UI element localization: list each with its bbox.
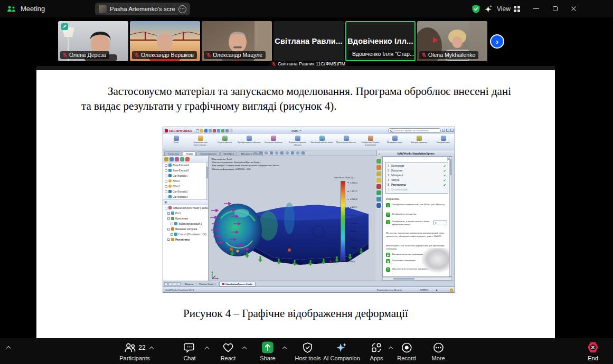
tab-nav-icons	[164, 282, 181, 286]
search-icon	[390, 130, 392, 132]
end-meeting-button[interactable]: End	[587, 341, 599, 361]
tree-item: Cut-Extrude1	[163, 173, 208, 178]
minimize-icon	[533, 8, 539, 9]
document-paragraph: Застосовуємо матеріал та запускаємо моде…	[81, 84, 511, 113]
security-shield-icon[interactable]	[471, 4, 480, 14]
ai-companion-titlebar-icon[interactable]	[484, 4, 493, 14]
more-ellipsis-icon	[432, 342, 444, 353]
ribbon-tab: Эскиз	[183, 151, 196, 156]
ribbon-command-icon	[368, 136, 373, 141]
expand-icon	[165, 169, 167, 172]
participants-menu-chevron[interactable]	[149, 346, 154, 350]
meeting-icon	[7, 5, 16, 13]
view-label: View	[497, 5, 511, 13]
wizard-step: 5Результаты✔	[388, 183, 446, 187]
maximize-icon	[553, 6, 558, 11]
feature-icon	[171, 227, 174, 231]
record-button[interactable]: Record	[397, 341, 416, 361]
window-close-button[interactable]	[567, 3, 580, 15]
chat-menu-chevron[interactable]	[205, 346, 209, 350]
react-menu-chevron[interactable]	[242, 346, 247, 350]
ribbon-tab: Элементы	[164, 151, 182, 156]
ribbon-tab-row: ЭлементыЭскизАнализироватьDimXpertПродук…	[163, 150, 455, 156]
participants-count: 22	[138, 344, 145, 351]
participant-tile[interactable]: Олена Дереза	[58, 21, 128, 61]
yield-strength-marker: ► 620 422 000,0	[329, 260, 355, 263]
participant-name-label: Вдовіченко Ілля "Стар...	[348, 50, 415, 58]
ribbon-command-icon	[198, 136, 203, 141]
more-button[interactable]: More	[431, 341, 445, 361]
share-button[interactable]: Share	[260, 341, 275, 361]
feature-icon	[168, 185, 172, 188]
ai-companion-icon	[336, 342, 348, 353]
show-displacement-button: Отобразить смещение	[386, 213, 448, 217]
window-minimize-button[interactable]	[530, 3, 542, 15]
ribbon-command-icon	[222, 136, 228, 141]
legend-value: 4 946,8	[347, 195, 357, 203]
tree-item: Boss-Extrude5	[163, 168, 208, 173]
figure-caption: Рисунок 4 – Графічне відображення деформ…	[36, 307, 555, 320]
coordinate-triad-icon	[210, 270, 220, 280]
results-section-label: Результаты	[386, 197, 399, 200]
step-check-icon: ✔	[444, 178, 446, 183]
view-button[interactable]: View	[497, 5, 521, 13]
apps-button[interactable]: Apps	[370, 341, 383, 361]
chat-icon	[184, 342, 196, 353]
view-toolbar-icons	[254, 151, 305, 155]
muted-mic-icon	[206, 52, 211, 58]
participant-tile[interactable]: Олександр Вершков	[130, 21, 200, 61]
ribbon-command-icon	[271, 136, 276, 141]
participant-tile[interactable]: Олександр Мацуле	[202, 21, 272, 61]
yield-dash-line	[333, 261, 341, 262]
tree-item: Зафиксированный-1	[163, 221, 208, 226]
meeting-label: Meeting	[21, 5, 45, 13]
expand-icon	[165, 185, 167, 188]
status-product: SolidWorks Premium 2013	[165, 289, 194, 291]
green-arrow-icon	[386, 203, 390, 207]
step-check-icon: ✔	[444, 164, 446, 168]
apps-menu-chevron[interactable]	[389, 346, 393, 350]
host-tools-button[interactable]: Host tools	[295, 341, 321, 361]
legend-value: 5 441,5	[347, 187, 357, 195]
tree-item: Результаты	[163, 237, 208, 242]
ai-companion-button[interactable]: AI Companion	[323, 341, 360, 361]
show-fos-button: Отобразить, в каких местах запас прочнос…	[386, 220, 448, 226]
step-check-icon: ✔	[444, 168, 446, 173]
expand-icon	[167, 217, 170, 220]
solidworks-search-box: Поиск в Справке по SolidWorks	[388, 128, 441, 133]
command-ribbon: ЭскизАвтоматическое нанесение ра...Отсеч…	[163, 134, 455, 150]
participant-tile-active-speaker[interactable]: Вдовіченко Ілл... Вдовіченко Ілля "Стар.…	[345, 21, 416, 61]
model-tab: Модель	[182, 282, 196, 286]
tree-item: SimulationXpress Study (-Default-)	[163, 205, 208, 210]
units-caret-icon	[436, 290, 438, 291]
document-title: Part1 *	[291, 129, 301, 132]
chat-button[interactable]: Chat	[183, 341, 195, 361]
participant-tile[interactable]: Olena Mykhailenko	[417, 21, 487, 61]
wizard-step: 4Запуск✔	[388, 178, 446, 183]
ribbon-command-icon	[295, 136, 300, 141]
participant-tile[interactable]: Світлана Равли... Світлана Равлик 11С(ФМ…	[274, 21, 344, 61]
quick-toolbar-icons	[196, 129, 233, 132]
ribbon-command: Линейный массив эскиза	[310, 135, 334, 150]
screen-share-pill[interactable]: Pasha Artemenko's screen ⋯	[95, 3, 190, 15]
zoom-meeting-window: Meeting Pasha Artemenko's screen ⋯ View	[0, 0, 613, 364]
share-menu-chevron[interactable]	[282, 346, 287, 350]
window-maximize-button[interactable]	[549, 3, 561, 15]
expand-icon	[167, 228, 170, 231]
react-button[interactable]: React	[221, 341, 236, 361]
close-icon	[571, 6, 577, 12]
ribbon-command-icon	[174, 136, 179, 141]
expand-icon	[171, 223, 173, 225]
next-participants-button[interactable]: ›	[490, 34, 504, 49]
task-pane-header: « SolidWorks SimulationXpress	[376, 150, 455, 156]
legend-value: 4 452,1	[347, 203, 357, 211]
participant-name-label: Olena Mykhailenko	[419, 51, 478, 59]
participants-button[interactable]: 22 Participants	[119, 341, 149, 361]
legend-value: 2 968,1	[347, 227, 357, 235]
feature-icon	[168, 179, 172, 183]
part-preview-watermark	[421, 248, 451, 273]
expand-icon	[165, 207, 167, 209]
tree-divider	[163, 199, 208, 205]
share-options-icon[interactable]: ⋯	[178, 5, 186, 13]
collapse-toolbar-chevron[interactable]	[6, 346, 11, 350]
